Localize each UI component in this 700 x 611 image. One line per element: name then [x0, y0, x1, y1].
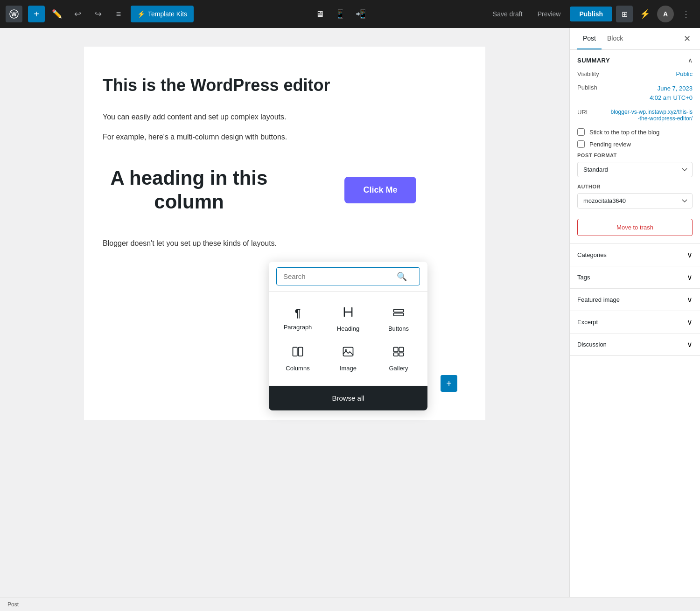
settings-toggle-button[interactable]: ⊞: [616, 6, 633, 22]
paragraph-1[interactable]: You can easily add content and set up co…: [103, 111, 467, 123]
summary-header[interactable]: Summary ∧: [570, 50, 700, 70]
author-select[interactable]: mozocitala3640: [577, 193, 693, 208]
mobile-view-button[interactable]: 📲: [352, 6, 369, 22]
svg-rect-6: [343, 347, 353, 356]
svg-point-7: [345, 349, 347, 351]
featured-image-title: Featured image: [577, 296, 620, 303]
column-heading[interactable]: A heading in this column: [103, 167, 275, 214]
block-item-columns[interactable]: Columns: [273, 339, 323, 378]
url-label: URL: [577, 109, 610, 116]
columns-block: A heading in this column Click Me: [103, 157, 467, 223]
excerpt-title: Excerpt: [577, 319, 598, 326]
post-format-select[interactable]: Standard Aside Chat Gallery Link Image Q…: [577, 162, 693, 177]
search-icon-button[interactable]: 🔍: [397, 271, 407, 282]
redo-button[interactable]: ↪: [90, 6, 106, 22]
svg-rect-10: [394, 353, 398, 356]
paragraph-2[interactable]: For example, here's a multi-column desig…: [103, 131, 467, 143]
tablet-view-button[interactable]: 📱: [332, 6, 349, 22]
device-switcher: 🖥 📱 📲: [197, 6, 483, 22]
visibility-value[interactable]: Public: [610, 70, 693, 77]
details-button[interactable]: ≡: [110, 6, 127, 22]
discussion-title: Discussion: [577, 341, 607, 348]
svg-rect-11: [399, 353, 403, 356]
url-row: URL blogger-vs-wp.instawp.xyz/this-is-th…: [577, 109, 693, 122]
author-label: AUTHOR: [577, 184, 693, 189]
add-block-toolbar-button[interactable]: +: [28, 6, 45, 22]
svg-text:W: W: [11, 11, 17, 18]
plugins-button[interactable]: ⚡: [637, 6, 653, 22]
user-avatar[interactable]: A: [657, 6, 674, 22]
status-label: Post: [7, 601, 19, 608]
add-block-plus-button[interactable]: +: [441, 375, 457, 392]
edit-icon-button[interactable]: ✏️: [49, 6, 65, 22]
svg-rect-9: [399, 347, 403, 352]
publish-button[interactable]: Publish: [570, 7, 612, 21]
featured-image-header[interactable]: Featured image ∨: [570, 289, 700, 311]
categories-section: Categories ∨: [570, 244, 700, 266]
categories-chevron: ∨: [687, 250, 693, 259]
wp-logo: W: [6, 6, 22, 22]
post-title[interactable]: This is the WordPress editor: [103, 75, 467, 97]
save-draft-button[interactable]: Save draft: [487, 7, 528, 21]
desktop-view-button[interactable]: 🖥: [311, 6, 328, 22]
tab-block[interactable]: Block: [602, 28, 629, 49]
svg-rect-5: [298, 347, 302, 356]
url-value[interactable]: blogger-vs-wp.instawp.xyz/this-is-the-wo…: [610, 109, 693, 122]
columns-icon: [291, 345, 304, 361]
svg-rect-3: [394, 313, 404, 316]
paragraph-label: Paragraph: [284, 324, 312, 331]
svg-rect-8: [394, 347, 398, 352]
buttons-icon: [392, 306, 405, 321]
excerpt-header[interactable]: Excerpt ∨: [570, 311, 700, 333]
browse-all-button[interactable]: Browse all: [269, 386, 427, 410]
tags-section: Tags ∨: [570, 266, 700, 289]
tags-title: Tags: [577, 274, 590, 281]
publish-date: June 7, 2023: [658, 85, 693, 92]
discussion-section: Discussion ∨: [570, 333, 700, 356]
tags-header[interactable]: Tags ∨: [570, 266, 700, 288]
stick-top-label: Stick to the top of the blog: [589, 129, 659, 136]
column-button-wrapper: Click Me: [294, 177, 467, 203]
gallery-label: Gallery: [389, 365, 408, 372]
block-item-buttons[interactable]: Buttons: [373, 299, 424, 339]
heading-label: Heading: [337, 325, 359, 332]
undo-button[interactable]: ↩: [69, 6, 86, 22]
categories-header[interactable]: Categories ∨: [570, 244, 700, 266]
publish-date-value[interactable]: June 7, 2023 4:02 am UTC+0: [610, 84, 693, 102]
editor-canvas: This is the WordPress editor You can eas…: [84, 47, 485, 420]
toolbar-actions: Save draft Preview Publish ⊞ ⚡ A ⋮: [487, 6, 694, 22]
discussion-chevron: ∨: [687, 340, 693, 349]
publish-row: Publish June 7, 2023 4:02 am UTC+0: [577, 84, 693, 102]
publish-meta-label: Publish: [577, 84, 610, 91]
template-kits-label: Template Kits: [148, 10, 187, 18]
template-kits-icon: ⚡: [137, 10, 145, 18]
svg-rect-4: [293, 347, 297, 356]
move-to-trash-button[interactable]: Move to trash: [577, 219, 693, 236]
more-options-button[interactable]: ⋮: [678, 6, 694, 22]
featured-image-chevron: ∨: [687, 295, 693, 304]
block-grid: ¶ Paragraph Heading: [269, 292, 427, 386]
stick-top-row: Stick to the top of the blog: [577, 128, 693, 136]
visibility-label: Visibility: [577, 70, 610, 77]
block-item-image[interactable]: Image: [323, 339, 373, 378]
categories-title: Categories: [577, 251, 607, 258]
discussion-header[interactable]: Discussion ∨: [570, 333, 700, 355]
stick-top-checkbox[interactable]: [577, 128, 585, 136]
block-item-gallery[interactable]: Gallery: [373, 339, 424, 378]
excerpt-chevron: ∨: [687, 318, 693, 326]
template-kits-button[interactable]: ⚡ Template Kits: [131, 6, 194, 22]
click-me-button[interactable]: Click Me: [344, 177, 416, 203]
editor-area: This is the WordPress editor You can eas…: [0, 28, 569, 611]
post-format-label: POST FORMAT: [577, 153, 693, 158]
preview-button[interactable]: Preview: [532, 7, 567, 21]
block-item-paragraph[interactable]: ¶ Paragraph: [273, 299, 323, 339]
panel-close-button[interactable]: ✕: [682, 32, 693, 46]
tab-post[interactable]: Post: [577, 28, 602, 49]
featured-image-section: Featured image ∨: [570, 289, 700, 311]
paragraph-3[interactable]: Blogger doesn't let you set up these kin…: [103, 237, 467, 250]
block-item-heading[interactable]: Heading: [323, 299, 373, 339]
buttons-label: Buttons: [388, 325, 409, 332]
author-wrapper: AUTHOR mozocitala3640: [577, 184, 693, 215]
summary-title: Summary: [577, 57, 610, 64]
pending-review-checkbox[interactable]: [577, 140, 585, 148]
